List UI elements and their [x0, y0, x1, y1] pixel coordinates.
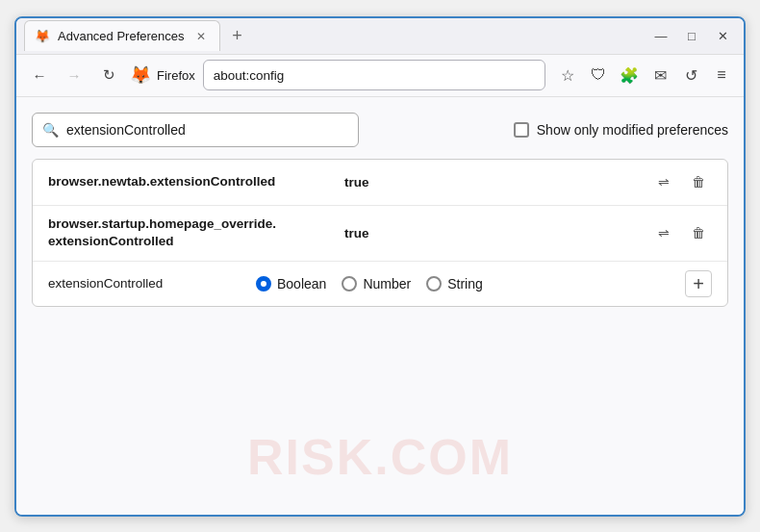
swap-icon-1: ⇌: [658, 174, 670, 190]
radio-number[interactable]: Number: [342, 276, 411, 291]
watermark: RISK.COM: [247, 428, 513, 486]
search-icon: 🔍: [42, 122, 59, 138]
nav-bar: ← → ↻ 🦊 Firefox ☆ 🛡 🧩 ✉ ↺ ≡: [16, 55, 744, 97]
radio-number-label: Number: [363, 276, 411, 291]
pref-name-2-line1: browser.startup.homepage_override.: [48, 216, 276, 231]
table-row: browser.newtab.extensionControlled true …: [33, 160, 727, 206]
radio-boolean-label: Boolean: [277, 276, 326, 291]
new-pref-name: extensionControlled: [48, 276, 241, 291]
search-row: 🔍 Show only modified preferences: [32, 113, 728, 147]
radio-string[interactable]: String: [426, 276, 483, 291]
tab-favicon: 🦊: [35, 29, 50, 44]
pref-value-2: true: [344, 226, 643, 241]
table-row: browser.startup.homepage_override. exten…: [33, 206, 727, 262]
pref-table: browser.newtab.extensionControlled true …: [32, 159, 728, 307]
pref-name-1: browser.newtab.extensionControlled: [48, 173, 337, 190]
swap-button-1[interactable]: ⇌: [650, 168, 677, 195]
browser-tab[interactable]: 🦊 Advanced Preferences ✕: [24, 20, 220, 51]
pref-search-input[interactable]: [66, 122, 348, 138]
browser-window: 🦊 Advanced Preferences ✕ + — □ ✕ ← → ↻ 🦊…: [14, 16, 746, 517]
shield-button[interactable]: 🛡: [584, 61, 613, 89]
sync-button[interactable]: ↺: [676, 61, 705, 89]
trash-icon-2: 🗑: [692, 225, 705, 241]
pref-name-2-line2: extensionControlled: [48, 234, 174, 248]
pref-search-box: 🔍: [32, 113, 359, 147]
radio-string-label: String: [447, 276, 483, 291]
show-modified-label: Show only modified preferences: [537, 122, 728, 138]
show-modified-checkbox[interactable]: [514, 122, 529, 138]
radio-number-circle: [342, 276, 357, 291]
maximize-button[interactable]: □: [678, 22, 705, 49]
add-pref-row: extensionControlled Boolean Number Strin…: [33, 262, 727, 306]
address-bar[interactable]: [203, 60, 545, 90]
minimize-button[interactable]: —: [647, 22, 674, 49]
pref-value-1: true: [344, 175, 643, 190]
pref-actions-2: ⇌ 🗑: [650, 219, 712, 246]
swap-icon-2: ⇌: [658, 225, 670, 241]
title-bar: 🦊 Advanced Preferences ✕ + — □ ✕: [16, 18, 744, 55]
tab-close-button[interactable]: ✕: [192, 28, 210, 45]
reload-button[interactable]: ↻: [93, 60, 124, 90]
close-button[interactable]: ✕: [709, 22, 736, 49]
page-content: RISK.COM 🔍 Show only modified preference…: [16, 97, 744, 515]
browser-name: Firefox: [157, 68, 195, 83]
delete-button-1[interactable]: 🗑: [685, 168, 712, 195]
pref-name-2: browser.startup.homepage_override. exten…: [48, 215, 337, 249]
radio-boolean-circle: [256, 276, 271, 291]
nav-icons-right: ☆ 🛡 🧩 ✉ ↺ ≡: [553, 61, 736, 89]
delete-button-2[interactable]: 🗑: [685, 219, 712, 246]
radio-group: Boolean Number String: [256, 276, 670, 291]
tab-title: Advanced Preferences: [58, 29, 185, 43]
new-tab-button[interactable]: +: [224, 22, 251, 49]
menu-button[interactable]: ≡: [707, 61, 736, 89]
extension-button[interactable]: 🧩: [615, 61, 644, 89]
back-button[interactable]: ←: [24, 60, 55, 90]
email-button[interactable]: ✉: [646, 61, 674, 89]
show-modified-row: Show only modified preferences: [514, 122, 728, 138]
browser-logo: 🦊: [130, 64, 151, 86]
address-input[interactable]: [214, 68, 535, 83]
bookmark-button[interactable]: ☆: [553, 61, 582, 89]
pref-actions-1: ⇌ 🗑: [650, 168, 712, 195]
swap-button-2[interactable]: ⇌: [650, 219, 677, 246]
forward-button[interactable]: →: [59, 60, 89, 90]
add-pref-button[interactable]: +: [685, 270, 712, 297]
radio-string-circle: [426, 276, 442, 291]
radio-boolean[interactable]: Boolean: [256, 276, 326, 291]
trash-icon-1: 🗑: [692, 174, 705, 190]
window-controls: — □ ✕: [647, 22, 736, 49]
